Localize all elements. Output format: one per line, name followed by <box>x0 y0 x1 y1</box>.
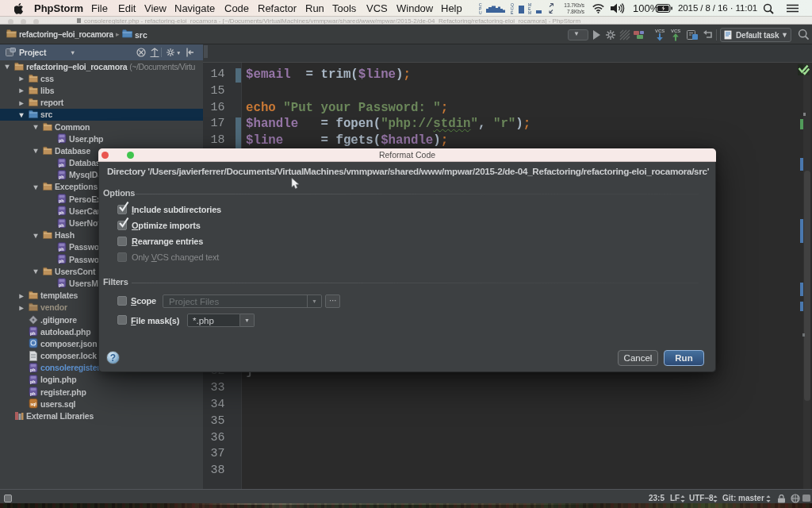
svg-text:U: U <box>479 10 482 15</box>
svg-text:VCS: VCS <box>655 29 665 33</box>
svg-text:M: M <box>528 10 531 15</box>
svg-text:sql: sql <box>30 402 36 406</box>
svg-text:VCS: VCS <box>671 29 680 33</box>
